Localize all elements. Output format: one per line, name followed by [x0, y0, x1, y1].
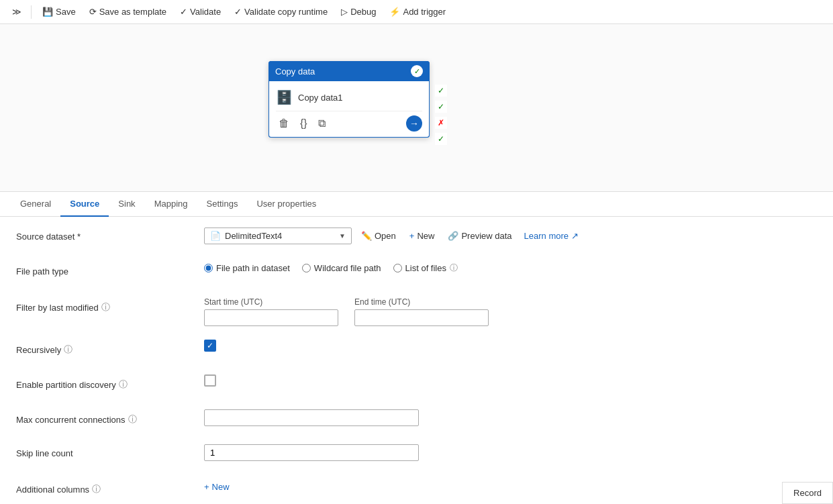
indicator-x: ✗ — [435, 117, 447, 129]
dataset-select-wrapper[interactable]: 📄 DelimitedText4 ▼ — [204, 228, 352, 244]
additional-columns-content: + New — [204, 479, 817, 495]
toolbar-separator — [31, 5, 32, 19]
start-time-group: Start time (UTC) — [204, 297, 338, 326]
node-subtitle: Copy data1 — [298, 93, 343, 103]
end-time-input[interactable] — [354, 309, 489, 326]
skip-line-count-row: Skip line count — [16, 444, 817, 466]
tab-source[interactable]: Source — [60, 192, 109, 217]
tab-mapping[interactable]: Mapping — [145, 192, 197, 217]
skip-line-count-input[interactable] — [204, 444, 419, 461]
save-template-button[interactable]: ⟳ Save as template — [84, 4, 172, 19]
delete-node-button[interactable]: 🗑 — [276, 115, 292, 132]
max-connections-row: Max concurrent connections ⓘ — [16, 409, 817, 431]
recursively-content: ✓ — [204, 340, 817, 352]
copy-node-button[interactable]: ⧉ — [315, 115, 328, 132]
node-actions: 🗑 {} ⧉ → — [276, 111, 422, 132]
file-path-type-content: File path in dataset Wildcard file path … — [204, 262, 817, 274]
indicator-check2: ✓ — [435, 101, 447, 113]
file-icon: 📄 — [210, 231, 221, 241]
filter-by-modified-row: Filter by last modified ⓘ Start time (UT… — [16, 297, 817, 326]
tab-settings[interactable]: Settings — [197, 192, 248, 217]
additional-new-button[interactable]: + New — [204, 479, 230, 495]
validate-check-icon: ✓ — [180, 7, 187, 17]
database-icon: 🗄️ — [276, 89, 293, 105]
tab-user-properties[interactable]: User properties — [247, 192, 326, 217]
additional-columns-row: Additional columns ⓘ + New — [16, 479, 817, 501]
edit-icon: ✏️ — [361, 231, 372, 241]
file-path-type-label: File path type — [16, 262, 204, 276]
dataset-value: DelimitedText4 — [225, 231, 335, 241]
node-title: Copy data — [275, 66, 315, 77]
max-connections-info-icon: ⓘ — [128, 413, 137, 425]
open-button[interactable]: ✏️ Open — [357, 228, 400, 244]
start-time-input[interactable] — [204, 309, 338, 326]
additional-plus-icon: + — [204, 482, 209, 492]
validate-button[interactable]: ✓ Validate — [175, 4, 226, 19]
save-button[interactable]: 💾 Save — [37, 4, 81, 19]
validate-runtime-button[interactable]: ✓ Validate copy runtime — [229, 4, 333, 19]
preview-data-button[interactable]: 🔗 Preview data — [444, 228, 516, 244]
file-path-radio-group: File path in dataset Wildcard file path … — [204, 262, 458, 274]
additional-columns-info-icon: ⓘ — [92, 483, 101, 495]
indicator-check3: ✓ — [435, 133, 447, 145]
external-link-icon: ↗ — [571, 231, 579, 241]
enable-partition-row: Enable partition discovery ⓘ — [16, 374, 817, 396]
canvas-area: Copy data ✓ 🗄️ Copy data1 🗑 {} ⧉ → ✓ ✓ ✗… — [0, 24, 833, 192]
skip-line-count-label: Skip line count — [16, 444, 204, 458]
learn-more-link[interactable]: Learn more ↗ — [522, 228, 581, 244]
max-connections-input[interactable] — [204, 409, 419, 426]
end-time-group: End time (UTC) — [354, 297, 489, 326]
save-template-icon: ⟳ — [89, 7, 97, 17]
node-body: 🗄️ Copy data1 🗑 {} ⧉ → — [268, 81, 430, 138]
end-time-label: End time (UTC) — [354, 297, 489, 307]
time-inputs: Start time (UTC) End time (UTC) — [204, 297, 489, 326]
next-node-button[interactable]: → — [406, 115, 422, 132]
max-connections-label: Max concurrent connections ⓘ — [16, 409, 204, 425]
code-node-button[interactable]: {} — [297, 115, 310, 132]
max-connections-content — [204, 409, 817, 426]
record-button[interactable]: Record — [782, 482, 833, 504]
radio-file-path-in-dataset[interactable]: File path in dataset — [204, 263, 290, 273]
new-dataset-button[interactable]: + New — [405, 228, 439, 244]
properties-panel: Source dataset * 📄 DelimitedText4 ▼ ✏️ O… — [0, 217, 833, 504]
filter-by-modified-label: Filter by last modified ⓘ — [16, 297, 204, 313]
preview-icon: 🔗 — [448, 231, 458, 241]
source-dataset-content: 📄 DelimitedText4 ▼ ✏️ Open + New 🔗 Previ… — [204, 228, 817, 244]
filter-by-modified-content: Start time (UTC) End time (UTC) — [204, 297, 817, 326]
trigger-icon: ⚡ — [389, 7, 400, 17]
additional-columns-label: Additional columns ⓘ — [16, 479, 204, 495]
source-dataset-row: Source dataset * 📄 DelimitedText4 ▼ ✏️ O… — [16, 228, 817, 249]
expand-button[interactable]: ≫ — [8, 4, 26, 19]
add-trigger-button[interactable]: ⚡ Add trigger — [384, 4, 451, 19]
tab-general[interactable]: General — [11, 192, 60, 217]
side-indicators: ✓ ✓ ✗ ✓ — [435, 85, 447, 145]
radio-list-of-files[interactable]: List of files ⓘ — [393, 262, 458, 274]
expand-icon: ≫ — [12, 7, 21, 17]
partition-info-icon: ⓘ — [119, 379, 128, 391]
file-path-type-row: File path type File path in dataset Wild… — [16, 262, 817, 284]
enable-partition-checkbox[interactable] — [204, 374, 216, 387]
enable-partition-content — [204, 374, 817, 387]
indicator-check1: ✓ — [435, 85, 447, 97]
radio-wildcard-file-path[interactable]: Wildcard file path — [302, 263, 381, 273]
skip-line-count-content — [204, 444, 817, 461]
save-icon: 💾 — [42, 7, 53, 17]
node-check-icon: ✓ — [411, 65, 423, 77]
tab-sink[interactable]: Sink — [109, 192, 144, 217]
list-of-files-info-icon: ⓘ — [450, 262, 458, 274]
node-header: Copy data ✓ — [268, 61, 430, 81]
pipeline-node[interactable]: Copy data ✓ 🗄️ Copy data1 🗑 {} ⧉ → — [268, 61, 430, 138]
validate-runtime-check-icon: ✓ — [234, 7, 242, 17]
debug-button[interactable]: ▷ Debug — [336, 4, 381, 19]
recursively-row: Recursively ⓘ ✓ — [16, 340, 817, 361]
start-time-label: Start time (UTC) — [204, 297, 338, 307]
toolbar: ≫ 💾 Save ⟳ Save as template ✓ Validate ✓… — [0, 0, 833, 24]
enable-partition-label: Enable partition discovery ⓘ — [16, 374, 204, 391]
tabs-bar: General Source Sink Mapping Settings Use… — [0, 192, 833, 217]
recursively-checkbox[interactable]: ✓ — [204, 340, 216, 352]
filter-info-icon: ⓘ — [101, 301, 110, 313]
recursively-info-icon: ⓘ — [64, 344, 72, 356]
node-content-row: 🗄️ Copy data1 — [276, 87, 422, 108]
debug-icon: ▷ — [341, 7, 348, 17]
recursively-label: Recursively ⓘ — [16, 340, 204, 356]
